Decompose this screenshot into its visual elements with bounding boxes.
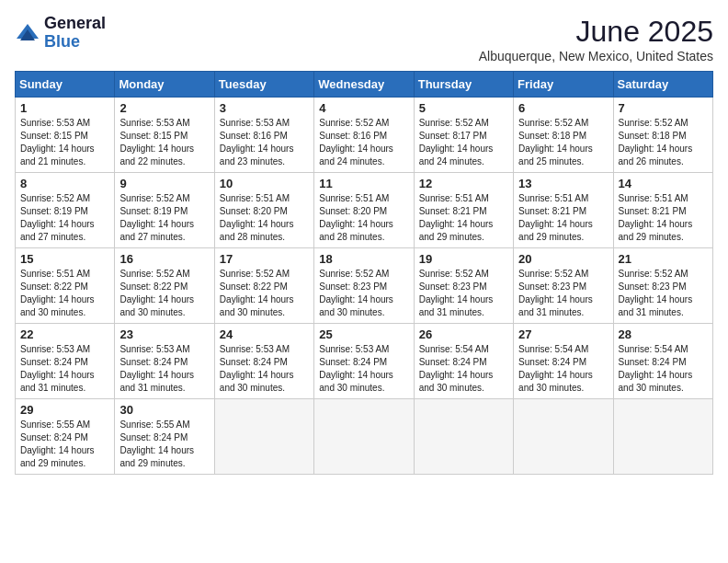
col-thursday: Thursday — [414, 72, 513, 98]
calendar-cell: 29Sunrise: 5:55 AM Sunset: 8:24 PM Dayli… — [16, 399, 115, 475]
calendar-cell: 5Sunrise: 5:52 AM Sunset: 8:17 PM Daylig… — [414, 98, 513, 173]
logo: General Blue — [15, 15, 106, 52]
day-info: Sunrise: 5:53 AM Sunset: 8:24 PM Dayligh… — [220, 343, 309, 395]
calendar-cell: 8Sunrise: 5:52 AM Sunset: 8:19 PM Daylig… — [16, 173, 115, 248]
calendar-cell: 24Sunrise: 5:53 AM Sunset: 8:24 PM Dayli… — [214, 324, 313, 399]
day-number: 27 — [518, 327, 608, 341]
day-number: 5 — [419, 101, 508, 115]
calendar-cell: 6Sunrise: 5:52 AM Sunset: 8:18 PM Daylig… — [514, 98, 613, 173]
calendar-cell — [414, 399, 513, 475]
day-info: Sunrise: 5:52 AM Sunset: 8:16 PM Dayligh… — [319, 117, 408, 168]
calendar-cell: 18Sunrise: 5:52 AM Sunset: 8:23 PM Dayli… — [314, 248, 414, 324]
col-monday: Monday — [115, 72, 214, 98]
calendar-body: 1Sunrise: 5:53 AM Sunset: 8:15 PM Daylig… — [16, 98, 713, 475]
col-wednesday: Wednesday — [314, 72, 414, 98]
day-number: 3 — [220, 101, 309, 115]
day-info: Sunrise: 5:52 AM Sunset: 8:22 PM Dayligh… — [220, 268, 309, 319]
calendar-cell: 17Sunrise: 5:52 AM Sunset: 8:22 PM Dayli… — [214, 248, 313, 324]
day-number: 22 — [20, 327, 109, 341]
day-info: Sunrise: 5:52 AM Sunset: 8:18 PM Dayligh… — [619, 117, 708, 168]
calendar-cell: 4Sunrise: 5:52 AM Sunset: 8:16 PM Daylig… — [314, 98, 414, 173]
calendar-cell: 27Sunrise: 5:54 AM Sunset: 8:24 PM Dayli… — [514, 324, 613, 399]
col-tuesday: Tuesday — [214, 72, 313, 98]
day-number: 26 — [419, 327, 508, 341]
calendar-cell — [613, 399, 712, 475]
week-row-3: 15Sunrise: 5:51 AM Sunset: 8:22 PM Dayli… — [16, 248, 713, 324]
calendar-cell: 13Sunrise: 5:51 AM Sunset: 8:21 PM Dayli… — [514, 173, 613, 248]
day-number: 1 — [20, 101, 109, 115]
day-number: 12 — [419, 177, 508, 190]
day-info: Sunrise: 5:52 AM Sunset: 8:23 PM Dayligh… — [419, 268, 508, 319]
col-sunday: Sunday — [16, 72, 115, 98]
day-number: 13 — [518, 177, 608, 190]
logo-text: General Blue — [44, 15, 106, 52]
day-number: 24 — [220, 327, 309, 341]
day-number: 17 — [220, 252, 309, 266]
day-info: Sunrise: 5:52 AM Sunset: 8:19 PM Dayligh… — [119, 192, 209, 244]
calendar-cell: 11Sunrise: 5:51 AM Sunset: 8:20 PM Dayli… — [314, 173, 414, 248]
calendar-header: Sunday Monday Tuesday Wednesday Thursday… — [16, 72, 713, 98]
day-info: Sunrise: 5:51 AM Sunset: 8:21 PM Dayligh… — [518, 192, 608, 244]
col-saturday: Saturday — [613, 72, 712, 98]
day-number: 29 — [20, 403, 109, 417]
day-info: Sunrise: 5:52 AM Sunset: 8:19 PM Dayligh… — [20, 192, 109, 244]
day-number: 20 — [518, 252, 608, 266]
calendar-cell: 2Sunrise: 5:53 AM Sunset: 8:15 PM Daylig… — [115, 98, 214, 173]
page-header: General Blue June 2025 Albuquerque, New … — [15, 15, 713, 63]
day-number: 8 — [20, 177, 109, 190]
calendar-cell: 9Sunrise: 5:52 AM Sunset: 8:19 PM Daylig… — [115, 173, 214, 248]
day-number: 15 — [20, 252, 109, 266]
day-number: 25 — [319, 327, 408, 341]
day-info: Sunrise: 5:53 AM Sunset: 8:24 PM Dayligh… — [20, 343, 109, 395]
calendar-cell: 16Sunrise: 5:52 AM Sunset: 8:22 PM Dayli… — [115, 248, 214, 324]
title-block: June 2025 Albuquerque, New Mexico, Unite… — [479, 15, 713, 63]
logo-icon — [15, 20, 40, 46]
calendar-cell: 7Sunrise: 5:52 AM Sunset: 8:18 PM Daylig… — [613, 98, 712, 173]
day-info: Sunrise: 5:54 AM Sunset: 8:24 PM Dayligh… — [619, 343, 708, 395]
day-number: 14 — [619, 177, 708, 190]
calendar-cell: 26Sunrise: 5:54 AM Sunset: 8:24 PM Dayli… — [414, 324, 513, 399]
day-info: Sunrise: 5:51 AM Sunset: 8:21 PM Dayligh… — [619, 192, 708, 244]
day-number: 19 — [419, 252, 508, 266]
calendar-cell: 3Sunrise: 5:53 AM Sunset: 8:16 PM Daylig… — [214, 98, 313, 173]
calendar-cell: 20Sunrise: 5:52 AM Sunset: 8:23 PM Dayli… — [514, 248, 613, 324]
calendar-cell: 23Sunrise: 5:53 AM Sunset: 8:24 PM Dayli… — [115, 324, 214, 399]
calendar-cell: 22Sunrise: 5:53 AM Sunset: 8:24 PM Dayli… — [16, 324, 115, 399]
calendar-cell: 12Sunrise: 5:51 AM Sunset: 8:21 PM Dayli… — [414, 173, 513, 248]
day-info: Sunrise: 5:53 AM Sunset: 8:24 PM Dayligh… — [119, 343, 209, 395]
calendar-cell: 19Sunrise: 5:52 AM Sunset: 8:23 PM Dayli… — [414, 248, 513, 324]
day-info: Sunrise: 5:53 AM Sunset: 8:15 PM Dayligh… — [119, 117, 209, 168]
day-info: Sunrise: 5:51 AM Sunset: 8:20 PM Dayligh… — [220, 192, 309, 244]
logo-general: General — [44, 14, 106, 32]
day-number: 6 — [518, 101, 608, 115]
calendar-table: Sunday Monday Tuesday Wednesday Thursday… — [15, 71, 713, 475]
calendar-cell: 14Sunrise: 5:51 AM Sunset: 8:21 PM Dayli… — [613, 173, 712, 248]
day-info: Sunrise: 5:51 AM Sunset: 8:21 PM Dayligh… — [419, 192, 508, 244]
day-info: Sunrise: 5:52 AM Sunset: 8:22 PM Dayligh… — [119, 268, 209, 319]
col-friday: Friday — [514, 72, 613, 98]
calendar-cell: 1Sunrise: 5:53 AM Sunset: 8:15 PM Daylig… — [16, 98, 115, 173]
header-row: Sunday Monday Tuesday Wednesday Thursday… — [16, 72, 713, 98]
calendar-cell: 21Sunrise: 5:52 AM Sunset: 8:23 PM Dayli… — [613, 248, 712, 324]
day-info: Sunrise: 5:54 AM Sunset: 8:24 PM Dayligh… — [419, 343, 508, 395]
calendar-cell: 15Sunrise: 5:51 AM Sunset: 8:22 PM Dayli… — [16, 248, 115, 324]
day-info: Sunrise: 5:53 AM Sunset: 8:16 PM Dayligh… — [220, 117, 309, 168]
calendar-cell — [214, 399, 313, 475]
day-number: 18 — [319, 252, 408, 266]
day-info: Sunrise: 5:55 AM Sunset: 8:24 PM Dayligh… — [20, 419, 109, 470]
svg-rect-2 — [24, 37, 31, 40]
day-info: Sunrise: 5:53 AM Sunset: 8:24 PM Dayligh… — [319, 343, 408, 395]
day-info: Sunrise: 5:52 AM Sunset: 8:18 PM Dayligh… — [518, 117, 608, 168]
day-info: Sunrise: 5:55 AM Sunset: 8:24 PM Dayligh… — [119, 419, 209, 470]
day-info: Sunrise: 5:52 AM Sunset: 8:17 PM Dayligh… — [419, 117, 508, 168]
day-number: 21 — [619, 252, 708, 266]
calendar-cell: 30Sunrise: 5:55 AM Sunset: 8:24 PM Dayli… — [115, 399, 214, 475]
logo-blue: Blue — [44, 32, 80, 51]
day-number: 10 — [220, 177, 309, 190]
month-title: June 2025 — [479, 15, 713, 49]
day-number: 7 — [619, 101, 708, 115]
calendar-cell: 28Sunrise: 5:54 AM Sunset: 8:24 PM Dayli… — [613, 324, 712, 399]
day-info: Sunrise: 5:52 AM Sunset: 8:23 PM Dayligh… — [619, 268, 708, 319]
day-info: Sunrise: 5:52 AM Sunset: 8:23 PM Dayligh… — [518, 268, 608, 319]
location: Albuquerque, New Mexico, United States — [479, 49, 713, 63]
